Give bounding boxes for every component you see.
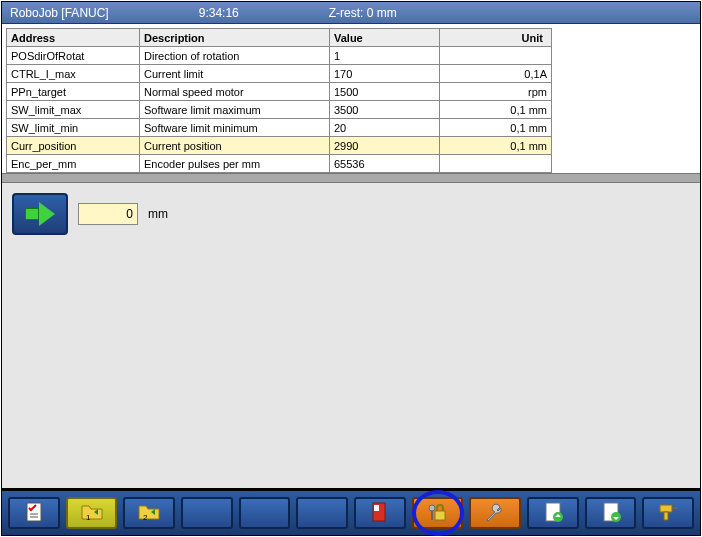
toolbar-btn-12[interactable]	[642, 497, 694, 529]
cell-val: 3500	[330, 101, 440, 119]
params-table-wrap: Address Description Value Unit POSdirOfR…	[2, 24, 700, 173]
cell-unit	[440, 155, 552, 173]
th-description[interactable]: Description	[140, 29, 330, 47]
toolbar-btn-8[interactable]	[412, 497, 464, 529]
table-row[interactable]: POSdirOfRotatDirection of rotation1	[7, 47, 552, 65]
params-table: Address Description Value Unit POSdirOfR…	[6, 28, 552, 173]
page-down-icon	[597, 500, 625, 527]
folder-1-icon: 1	[78, 500, 106, 527]
separator-bar	[2, 173, 700, 183]
cell-desc: Encoder pulses per mm	[140, 155, 330, 173]
cell-unit: 0,1 mm	[440, 137, 552, 155]
th-address[interactable]: Address	[7, 29, 140, 47]
toolbar-btn-1[interactable]	[8, 497, 60, 529]
cell-addr: SW_limit_max	[7, 101, 140, 119]
go-row: mm	[12, 193, 690, 235]
time-label: 9:34:16	[199, 6, 239, 20]
th-value[interactable]: Value	[330, 29, 440, 47]
svg-text:2: 2	[143, 513, 148, 522]
cell-unit: rpm	[440, 83, 552, 101]
content-area: Address Description Value Unit POSdirOfR…	[2, 24, 700, 535]
svg-point-8	[429, 505, 435, 511]
toolbar-btn-6[interactable]	[296, 497, 348, 529]
toolbar-btn-10[interactable]	[527, 497, 579, 529]
cell-desc: Current position	[140, 137, 330, 155]
toolbar-btn-5[interactable]	[239, 497, 291, 529]
table-row[interactable]: PPn_targetNormal speed motor1500rpm	[7, 83, 552, 101]
svg-rect-14	[660, 505, 672, 512]
cell-addr: Curr_position	[7, 137, 140, 155]
svg-rect-6	[374, 505, 379, 511]
cell-val: 170	[330, 65, 440, 83]
drill-icon	[654, 500, 682, 527]
table-row[interactable]: SW_limit_minSoftware limit minimum200,1 …	[7, 119, 552, 137]
app-title: RoboJob [FANUC]	[10, 6, 109, 20]
cell-addr: SW_limit_min	[7, 119, 140, 137]
bottom-toolbar: 12	[2, 491, 700, 535]
cell-desc: Current limit	[140, 65, 330, 83]
position-unit: mm	[148, 207, 168, 221]
folder-2-icon: 2	[135, 500, 163, 527]
cell-unit: 0,1 mm	[440, 101, 552, 119]
th-unit[interactable]: Unit	[440, 29, 552, 47]
table-row[interactable]: Curr_positionCurrent position29900,1 mm	[7, 137, 552, 155]
toolbar-btn-4[interactable]	[181, 497, 233, 529]
cell-val: 65536	[330, 155, 440, 173]
mid-area: mm	[2, 183, 700, 488]
cell-desc: Software limit maximum	[140, 101, 330, 119]
cell-addr: Enc_per_mm	[7, 155, 140, 173]
cell-addr: CTRL_I_max	[7, 65, 140, 83]
cell-val: 20	[330, 119, 440, 137]
toolbar-btn-9[interactable]	[469, 497, 521, 529]
book-icon	[366, 500, 394, 527]
cell-addr: POSdirOfRotat	[7, 47, 140, 65]
position-input[interactable]	[78, 203, 138, 225]
cell-val: 1	[330, 47, 440, 65]
cell-unit: 0,1 mm	[440, 119, 552, 137]
table-row[interactable]: Enc_per_mmEncoder pulses per mm65536	[7, 155, 552, 173]
svg-text:1: 1	[86, 513, 91, 522]
cell-val: 1500	[330, 83, 440, 101]
cell-addr: PPn_target	[7, 83, 140, 101]
lock-keys-icon	[424, 500, 452, 527]
wrench-icon	[481, 500, 509, 527]
table-row[interactable]: CTRL_I_maxCurrent limit1700,1A	[7, 65, 552, 83]
svg-rect-15	[664, 512, 668, 520]
titlebar: RoboJob [FANUC] 9:34:16 Z-rest: 0 mm	[2, 2, 700, 24]
cell-desc: Normal speed motor	[140, 83, 330, 101]
arrow-right-icon	[25, 202, 55, 226]
toolbar-btn-2[interactable]: 1	[66, 497, 118, 529]
cell-desc: Software limit minimum	[140, 119, 330, 137]
go-button[interactable]	[12, 193, 68, 235]
cell-unit: 0,1A	[440, 65, 552, 83]
cell-desc: Direction of rotation	[140, 47, 330, 65]
toolbar-btn-11[interactable]	[585, 497, 637, 529]
toolbar-btn-7[interactable]	[354, 497, 406, 529]
zrest-label: Z-rest: 0 mm	[329, 6, 397, 20]
table-row[interactable]: SW_limit_maxSoftware limit maximum35000,…	[7, 101, 552, 119]
cell-unit	[440, 47, 552, 65]
svg-rect-7	[435, 511, 445, 520]
page-up-icon	[539, 500, 567, 527]
toolbar-btn-3[interactable]: 2	[123, 497, 175, 529]
cell-val: 2990	[330, 137, 440, 155]
app-window: RoboJob [FANUC] 9:34:16 Z-rest: 0 mm Add…	[1, 1, 701, 536]
clipboard-check-icon	[20, 500, 48, 527]
